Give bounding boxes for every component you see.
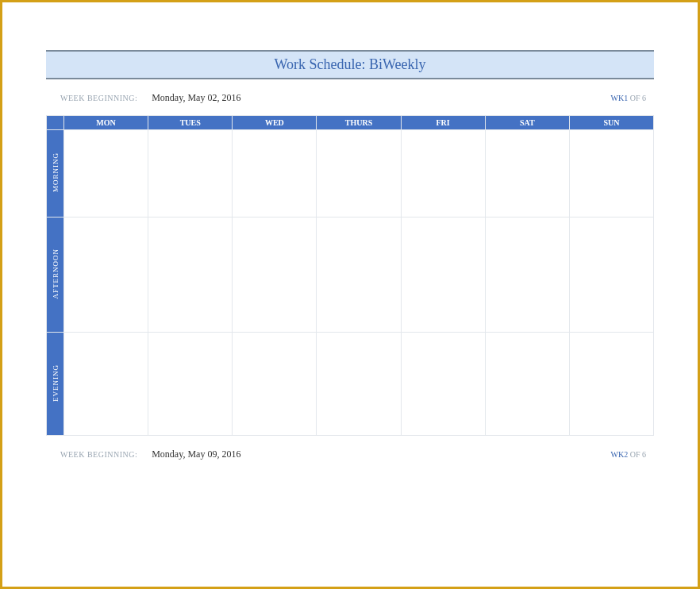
wk-total-2: 6 [642,450,646,459]
cell-afternoon-mon [64,218,148,333]
week1-beginning: WEEK BEGINNING: Monday, May 02, 2016 [60,92,240,104]
day-header-tue: TUES [148,116,233,130]
corner-header [47,116,64,130]
cell-afternoon-thu [317,218,401,333]
cell-morning-thu [317,130,401,218]
day-header-wed: WED [233,116,317,130]
cell-afternoon-sat [485,218,569,333]
cell-afternoon-sun [569,218,653,333]
row-morning: MORNING [47,130,654,218]
week-beginning-label: WEEK BEGINNING: [60,94,137,102]
cell-evening-sun [569,333,653,436]
cell-evening-tue [148,333,233,436]
row-evening: EVENING [47,333,654,436]
day-header-thu: THURS [317,116,401,130]
day-header-fri: FRI [401,116,485,130]
cell-evening-mon [64,333,148,436]
period-label-evening: EVENING [47,333,64,436]
wk-of-2: OF [628,450,642,459]
wk-prefix-2: WK [611,450,625,459]
day-header-sat: SAT [485,116,569,130]
day-header-mon: MON [64,116,148,130]
week2-count: WK2 OF 6 [611,450,646,459]
period-text-morning: MORNING [52,152,60,192]
period-label-morning: MORNING [47,130,64,218]
row-afternoon: AFTERNOON [47,218,654,333]
week1-count: WK1 OF 6 [611,94,646,102]
document-title: Work Schedule: BiWeekly [274,56,425,72]
day-header-row: MON TUES WED THURS FRI SAT SUN [47,116,654,130]
week-beginning-label-2: WEEK BEGINNING: [60,450,137,459]
cell-evening-fri [401,333,485,436]
day-header-sun: SUN [569,116,653,130]
week2-date: Monday, May 09, 2016 [152,448,240,460]
cell-morning-tue [148,130,233,218]
week1-date: Monday, May 02, 2016 [152,92,240,104]
period-label-afternoon: AFTERNOON [47,218,64,333]
page-frame: Work Schedule: BiWeekly WEEK BEGINNING: … [0,0,700,589]
cell-evening-sat [485,333,569,436]
title-band: Work Schedule: BiWeekly [46,50,654,79]
schedule-table: MON TUES WED THURS FRI SAT SUN MORNING [46,115,654,436]
cell-afternoon-fri [401,218,485,333]
cell-afternoon-tue [148,218,233,333]
wk-of: OF [628,94,642,102]
week1-meta: WEEK BEGINNING: Monday, May 02, 2016 WK1… [46,79,654,115]
cell-morning-sun [569,130,653,218]
cell-morning-sat [485,130,569,218]
period-text-evening: EVENING [52,364,60,402]
wk-total: 6 [642,94,646,102]
cell-morning-wed [233,130,317,218]
week2-meta: WEEK BEGINNING: Monday, May 09, 2016 WK2… [46,436,654,472]
week2-beginning: WEEK BEGINNING: Monday, May 09, 2016 [60,448,240,460]
cell-evening-wed [233,333,317,436]
period-text-afternoon: AFTERNOON [52,248,60,299]
cell-morning-mon [64,130,148,218]
wk-prefix: WK [611,94,625,102]
cell-afternoon-wed [233,218,317,333]
cell-morning-fri [401,130,485,218]
cell-evening-thu [317,333,401,436]
